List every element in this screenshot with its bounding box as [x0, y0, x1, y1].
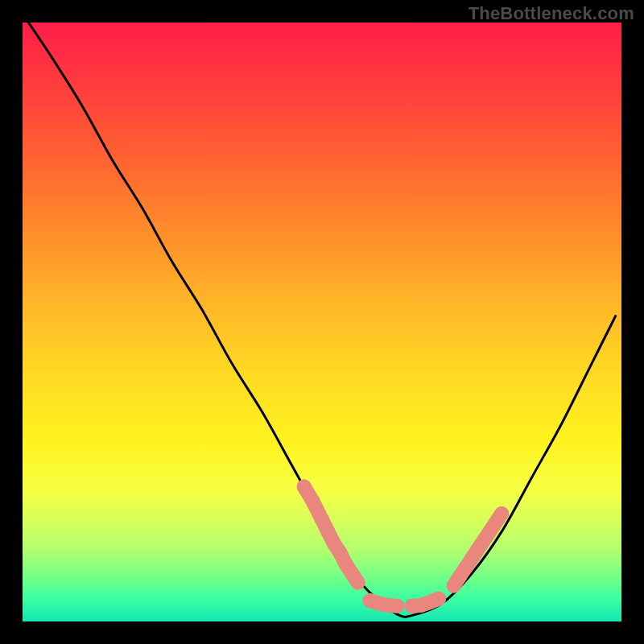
marker-dots	[297, 480, 510, 613]
svg-point-0	[297, 480, 312, 494]
svg-point-25	[494, 506, 509, 521]
svg-point-8	[351, 576, 365, 590]
svg-point-1	[306, 494, 320, 509]
chart-overlay	[0, 0, 644, 644]
svg-point-16	[431, 592, 446, 606]
chart-frame: TheBottleneck.com	[0, 0, 644, 644]
svg-point-12	[390, 599, 404, 613]
